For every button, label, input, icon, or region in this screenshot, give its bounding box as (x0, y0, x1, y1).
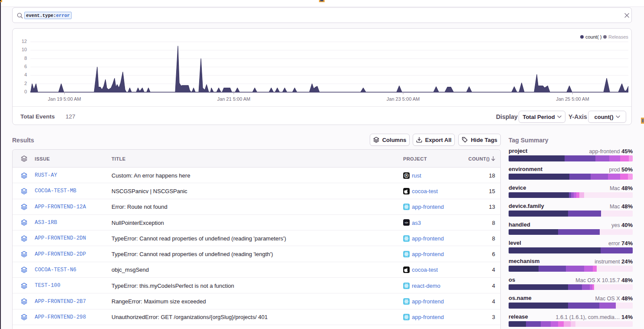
svg-text:</>: </> (404, 221, 408, 224)
svg-text:R: R (405, 174, 407, 177)
